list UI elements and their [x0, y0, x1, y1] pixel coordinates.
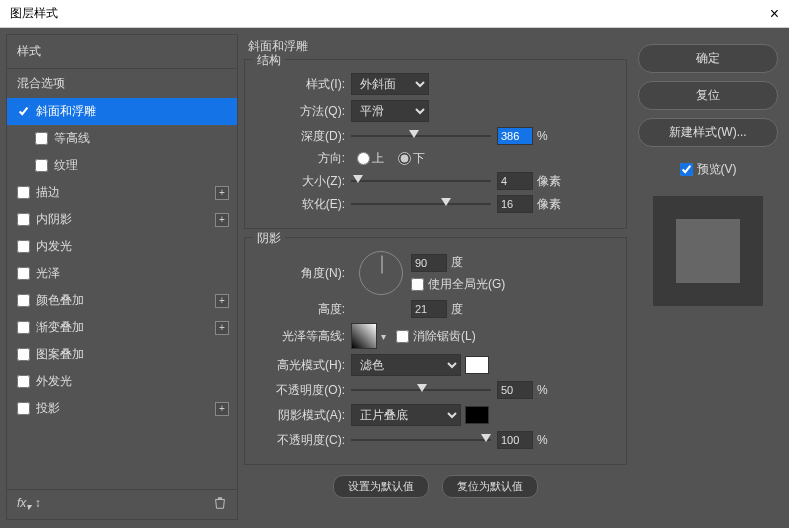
opacity1-input[interactable]	[497, 381, 533, 399]
opacity2-input[interactable]	[497, 431, 533, 449]
up-label: 上	[372, 150, 384, 167]
main: 样式 混合选项 斜面和浮雕等高线纹理描边+内阴影+内发光光泽颜色叠加+渐变叠加+…	[0, 28, 789, 526]
trash-icon[interactable]	[213, 496, 227, 513]
style-item[interactable]: 内阴影+	[7, 206, 237, 233]
shadow-color-swatch[interactable]	[465, 406, 489, 424]
action-panel: 确定 复位 新建样式(W)... 预览(V)	[633, 34, 783, 520]
fx-label[interactable]: fx▾ ↕	[17, 496, 41, 512]
style-item-label: 图案叠加	[36, 346, 84, 363]
style-checkbox[interactable]	[17, 321, 30, 334]
style-checkbox[interactable]	[17, 348, 30, 361]
opacity1-slider[interactable]	[351, 382, 491, 398]
shadow-mode-label: 阴影模式(A):	[255, 407, 345, 424]
shadow-mode-select[interactable]: 正片叠底	[351, 404, 461, 426]
style-checkbox[interactable]	[17, 105, 30, 118]
shading-group: 阴影 角度(N): 度 使用全局光(G) 高度:	[244, 237, 627, 465]
shading-legend: 阴影	[253, 230, 285, 247]
size-slider[interactable]	[351, 173, 491, 189]
preview-checkbox[interactable]	[680, 163, 693, 176]
direction-down-radio[interactable]	[398, 152, 411, 165]
style-item[interactable]: 光泽	[7, 260, 237, 287]
global-light-checkbox[interactable]	[411, 278, 424, 291]
plus-icon[interactable]: +	[215, 186, 229, 200]
opacity1-label: 不透明度(O):	[255, 382, 345, 399]
depth-input[interactable]	[497, 127, 533, 145]
titlebar: 图层样式 ×	[0, 0, 789, 28]
style-checkbox[interactable]	[35, 132, 48, 145]
size-input[interactable]	[497, 172, 533, 190]
angle-widget[interactable]	[359, 251, 403, 295]
style-item[interactable]: 描边+	[7, 179, 237, 206]
plus-icon[interactable]: +	[215, 321, 229, 335]
plus-icon[interactable]: +	[215, 294, 229, 308]
style-checkbox[interactable]	[17, 402, 30, 415]
style-checkbox[interactable]	[17, 240, 30, 253]
angle-input[interactable]	[411, 254, 447, 272]
style-item[interactable]: 内发光	[7, 233, 237, 260]
style-item-label: 纹理	[54, 157, 78, 174]
plus-icon[interactable]: +	[215, 402, 229, 416]
style-checkbox[interactable]	[17, 267, 30, 280]
style-item-label: 光泽	[36, 265, 60, 282]
style-item[interactable]: 纹理	[7, 152, 237, 179]
style-checkbox[interactable]	[17, 213, 30, 226]
structure-group: 结构 样式(I): 外斜面 方法(Q): 平滑 深度(D): % 方向: 上 下	[244, 59, 627, 229]
reset-default-button[interactable]: 复位为默认值	[442, 475, 538, 498]
style-checkbox[interactable]	[17, 375, 30, 388]
depth-label: 深度(D):	[255, 128, 345, 145]
plus-icon[interactable]: +	[215, 213, 229, 227]
blending-options[interactable]: 混合选项	[7, 69, 237, 98]
style-item-label: 内发光	[36, 238, 72, 255]
style-label: 样式(I):	[255, 76, 345, 93]
highlight-mode-label: 高光模式(H):	[255, 357, 345, 374]
opacity2-label: 不透明度(C):	[255, 432, 345, 449]
down-label: 下	[413, 150, 425, 167]
style-item[interactable]: 颜色叠加+	[7, 287, 237, 314]
styles-footer: fx▾ ↕	[7, 489, 237, 519]
reset-button[interactable]: 复位	[638, 81, 778, 110]
style-item[interactable]: 斜面和浮雕	[7, 98, 237, 125]
gloss-contour-picker[interactable]	[351, 323, 377, 349]
style-item[interactable]: 投影+	[7, 395, 237, 422]
altitude-label: 高度:	[255, 301, 345, 318]
px-unit: 像素	[537, 173, 561, 190]
style-item-label: 内阴影	[36, 211, 72, 228]
style-item-label: 描边	[36, 184, 60, 201]
method-label: 方法(Q):	[255, 103, 345, 120]
preview-label: 预览(V)	[697, 161, 737, 178]
soften-input[interactable]	[497, 195, 533, 213]
style-item[interactable]: 外发光	[7, 368, 237, 395]
ok-button[interactable]: 确定	[638, 44, 778, 73]
style-item[interactable]: 图案叠加	[7, 341, 237, 368]
angle-label: 角度(N):	[255, 265, 345, 282]
style-item-label: 外发光	[36, 373, 72, 390]
preview-swatch	[676, 219, 740, 283]
style-item[interactable]: 等高线	[7, 125, 237, 152]
style-checkbox[interactable]	[35, 159, 48, 172]
new-style-button[interactable]: 新建样式(W)...	[638, 118, 778, 147]
method-select[interactable]: 平滑	[351, 100, 429, 122]
settings-panel: 斜面和浮雕 结构 样式(I): 外斜面 方法(Q): 平滑 深度(D): % 方…	[244, 34, 627, 520]
highlight-mode-select[interactable]: 滤色	[351, 354, 461, 376]
style-item-label: 投影	[36, 400, 60, 417]
chevron-down-icon[interactable]: ▾	[381, 331, 386, 342]
style-checkbox[interactable]	[17, 186, 30, 199]
style-select[interactable]: 外斜面	[351, 73, 429, 95]
global-light-label: 使用全局光(G)	[428, 276, 505, 293]
soften-slider[interactable]	[351, 196, 491, 212]
altitude-input[interactable]	[411, 300, 447, 318]
style-item-label: 颜色叠加	[36, 292, 84, 309]
style-checkbox[interactable]	[17, 294, 30, 307]
antialias-checkbox[interactable]	[396, 330, 409, 343]
direction-up-radio[interactable]	[357, 152, 370, 165]
styles-header[interactable]: 样式	[7, 35, 237, 69]
depth-slider[interactable]	[351, 128, 491, 144]
close-icon[interactable]: ×	[770, 5, 779, 23]
opacity2-slider[interactable]	[351, 432, 491, 448]
set-default-button[interactable]: 设置为默认值	[333, 475, 429, 498]
highlight-color-swatch[interactable]	[465, 356, 489, 374]
window-title: 图层样式	[10, 5, 58, 22]
styles-panel: 样式 混合选项 斜面和浮雕等高线纹理描边+内阴影+内发光光泽颜色叠加+渐变叠加+…	[6, 34, 238, 520]
style-item[interactable]: 渐变叠加+	[7, 314, 237, 341]
size-label: 大小(Z):	[255, 173, 345, 190]
